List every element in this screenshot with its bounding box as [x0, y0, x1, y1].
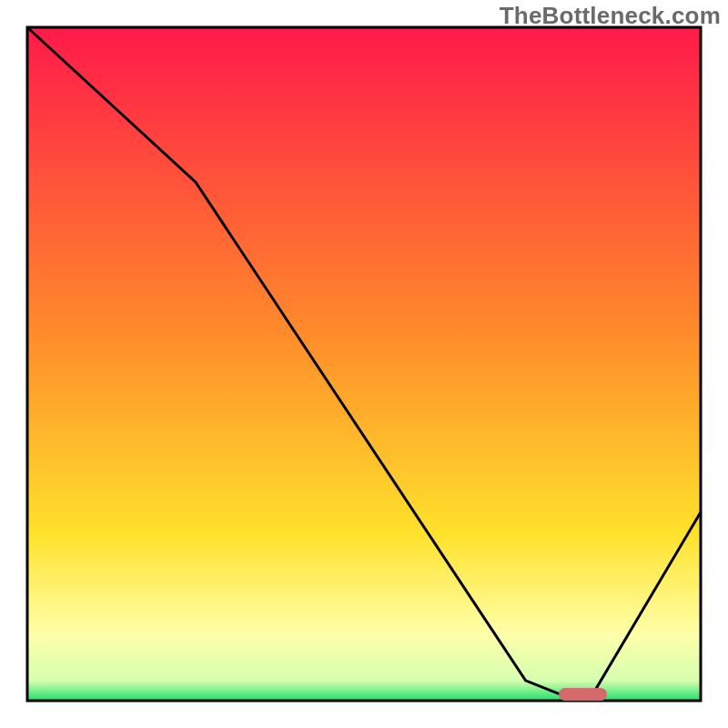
plot-background — [27, 27, 701, 701]
watermark-text: TheBottleneck.com — [500, 2, 721, 30]
bottleneck-chart — [0, 0, 728, 728]
chart-container: TheBottleneck.com — [0, 0, 728, 728]
optimal-range-marker — [560, 689, 607, 701]
